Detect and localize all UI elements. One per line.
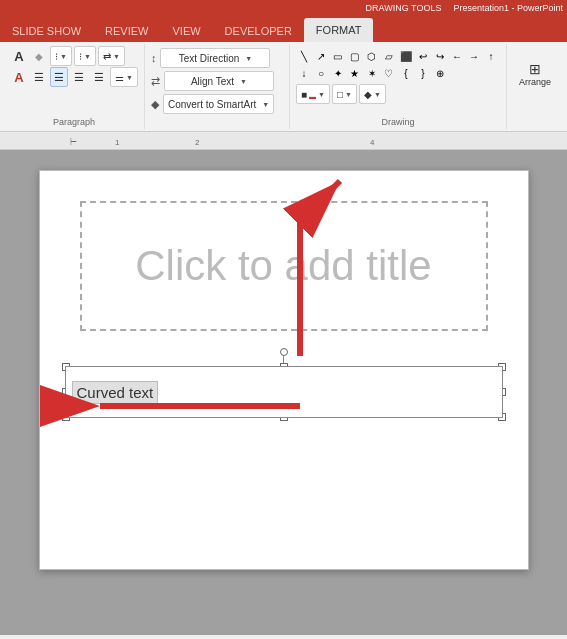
shape-leftarrow[interactable]: ←: [449, 48, 465, 64]
text-direction-icon: ↕: [151, 52, 157, 64]
rotate-handle[interactable]: [280, 348, 288, 356]
context-tab-row: DRAWING TOOLS Presentation1 - PowerPoint: [0, 0, 567, 16]
shape-rightarrow[interactable]: →: [466, 48, 482, 64]
shape-curve[interactable]: ↩: [415, 48, 431, 64]
shape-rrect[interactable]: ▢: [347, 48, 363, 64]
shape-parallelogram[interactable]: ▱: [381, 48, 397, 64]
slide[interactable]: Click to add title Curved text: [39, 170, 529, 570]
title-placeholder[interactable]: Click to add title: [80, 201, 488, 331]
align-text-icon: ⇄: [151, 75, 160, 88]
title-placeholder-text: Click to add title: [135, 242, 431, 290]
slide-area: Click to add title Curved text: [0, 150, 567, 635]
align-left-btn[interactable]: ☰: [30, 67, 48, 87]
text-format-group: ↕ Text Direction ▼ ⇄ Align Text ▼ ◆ Conv…: [145, 44, 290, 129]
outline-dropdown[interactable]: □▼: [332, 84, 357, 104]
shape-circle[interactable]: ○: [313, 65, 329, 81]
shape-bracket1[interactable]: {: [398, 65, 414, 81]
indent-dropdown[interactable]: ⇄▼: [98, 46, 125, 66]
tab-format[interactable]: FORMAT: [304, 18, 374, 42]
align-right-btn[interactable]: ☰: [70, 67, 88, 87]
arrange-label: Arrange: [519, 77, 551, 87]
drawing-controls-row: ■▬▼ □▼ ◆▼: [296, 84, 386, 104]
shape-star5[interactable]: ★: [347, 65, 363, 81]
font-size-a[interactable]: A: [10, 46, 28, 66]
drawing-group: ╲ ↗ ▭ ▢ ⬡ ▱ ⬛ ↩ ↪ ← → ↑ ↓ ○ ✦ ★ ✶ ♡ { } …: [290, 44, 507, 129]
tab-slideshow[interactable]: SLIDE SHOW: [0, 20, 93, 42]
fill-dropdown[interactable]: ■▬▼: [296, 84, 330, 104]
ruler-tick-fold: ⊢: [70, 138, 77, 147]
cols-dropdown[interactable]: ⚌▼: [110, 67, 138, 87]
shape-scroll[interactable]: ⬛: [398, 48, 414, 64]
text-direction-dropdown[interactable]: Text Direction ▼: [160, 48, 270, 68]
font-group: A ◆ ⁝▼ ⁝▼ ⇄▼ A ☰ ☰ ☰ ☰ ⚌▼ Paragraph: [4, 44, 145, 129]
bullets-dropdown[interactable]: ⁝▼: [50, 46, 72, 66]
shape-uparrow[interactable]: ↑: [483, 48, 499, 64]
convert-icon: ◆: [151, 98, 159, 111]
tab-review[interactable]: REVIEW: [93, 20, 160, 42]
tab-developer[interactable]: DEVELOPER: [213, 20, 304, 42]
shape-downarrow[interactable]: ↓: [296, 65, 312, 81]
shape-rect[interactable]: ▭: [330, 48, 346, 64]
title-bar-text: Presentation1 - PowerPoint: [453, 3, 563, 13]
align-text-dropdown[interactable]: Align Text ▼: [164, 71, 274, 91]
font-color-btn[interactable]: A: [10, 67, 28, 87]
shape-other[interactable]: ⊕: [432, 65, 448, 81]
shapes-row: ╲ ↗ ▭ ▢ ⬡ ▱ ⬛ ↩ ↪ ← → ↑ ↓ ○ ✦ ★ ✶ ♡ { } …: [296, 46, 500, 81]
convert-row: ◆ Convert to SmartArt ▼: [151, 94, 274, 114]
text-direction-arrow: ▼: [245, 55, 252, 62]
justify-btn[interactable]: ☰: [90, 67, 108, 87]
convert-label: Convert to SmartArt: [168, 99, 256, 110]
ruler-tick-1: 1: [115, 138, 119, 147]
shape-star6[interactable]: ✶: [364, 65, 380, 81]
arrange-icon: ⊞: [529, 61, 541, 77]
drawing-group-label: Drawing: [290, 117, 506, 127]
shape-line[interactable]: ╲: [296, 48, 312, 64]
tab-view[interactable]: VIEW: [160, 20, 212, 42]
shape-bracket2[interactable]: }: [415, 65, 431, 81]
ruler-tick-4: 4: [370, 138, 374, 147]
font-row2: A ☰ ☰ ☰ ☰ ⚌▼: [10, 67, 138, 87]
numbering-dropdown[interactable]: ⁝▼: [74, 46, 96, 66]
convert-arrow: ▼: [262, 101, 269, 108]
ruler-content: ⊢ 1 2 4: [60, 132, 567, 149]
top-tabs-area: DRAWING TOOLS Presentation1 - PowerPoint…: [0, 0, 567, 42]
font-row1: A ◆ ⁝▼ ⁝▼ ⇄▼: [10, 46, 125, 66]
shape-heart[interactable]: ♡: [381, 65, 397, 81]
font-theme-btn[interactable]: ◆: [30, 46, 48, 66]
convert-dropdown[interactable]: Convert to SmartArt ▼: [163, 94, 274, 114]
ribbon: A ◆ ⁝▼ ⁝▼ ⇄▼ A ☰ ☰ ☰ ☰ ⚌▼ Paragraph: [0, 42, 567, 132]
shape-bend[interactable]: ↪: [432, 48, 448, 64]
align-text-row: ⇄ Align Text ▼: [151, 71, 274, 91]
shape-arrow[interactable]: ↗: [313, 48, 329, 64]
drawing-tools-label: DRAWING TOOLS: [358, 2, 450, 14]
shape-star4[interactable]: ✦: [330, 65, 346, 81]
align-text-label: Align Text: [191, 76, 234, 87]
arrange-group: ⊞ Arrange: [507, 44, 563, 129]
align-text-arrow: ▼: [240, 78, 247, 85]
tab-bar: SLIDE SHOW REVIEW VIEW DEVELOPER FORMAT: [0, 16, 567, 42]
paragraph-group-label: Paragraph: [4, 117, 144, 127]
shape-snip[interactable]: ⬡: [364, 48, 380, 64]
align-center-btn[interactable]: ☰: [50, 67, 68, 87]
ruler: ⊢ 1 2 4: [0, 132, 567, 150]
effects-dropdown[interactable]: ◆▼: [359, 84, 386, 104]
text-direction-label: Text Direction: [179, 53, 240, 64]
text-direction-row: ↕ Text Direction ▼: [151, 48, 271, 68]
ruler-tick-2: 2: [195, 138, 199, 147]
text-box-container[interactable]: Curved text: [65, 366, 503, 418]
text-box[interactable]: Curved text: [65, 366, 503, 418]
curved-text-label: Curved text: [72, 381, 159, 404]
arrange-btn[interactable]: ⊞ Arrange: [513, 46, 557, 102]
